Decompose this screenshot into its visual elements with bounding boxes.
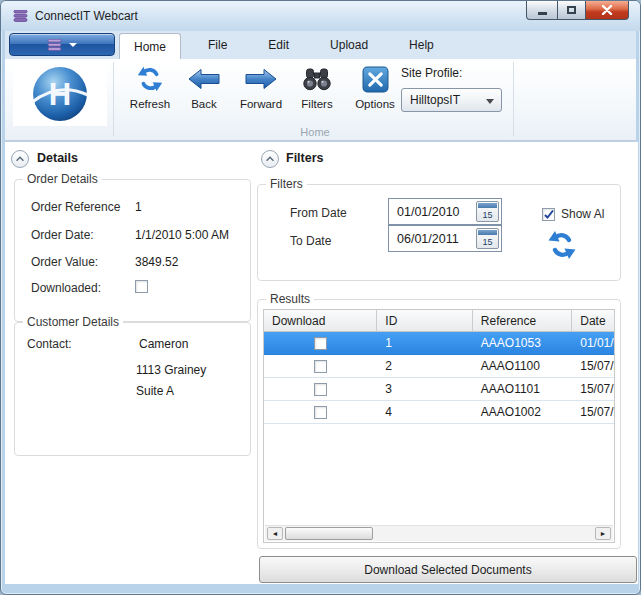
forward-button[interactable]: Forward xyxy=(233,62,289,124)
maximize-icon xyxy=(567,6,576,14)
ribbon-group-label: Home xyxy=(117,126,513,138)
order-value-value: 3849.52 xyxy=(135,255,178,269)
customer-details-title: Customer Details xyxy=(23,315,123,329)
row-download-checkbox[interactable] xyxy=(314,383,327,396)
table-row[interactable]: 2 AAAO1100 15/07/20 xyxy=(264,355,614,378)
ribbon-separator xyxy=(513,62,514,136)
calendar-day: 15 xyxy=(477,237,498,247)
from-date-input[interactable] xyxy=(389,199,475,224)
refresh-label: Refresh xyxy=(130,98,170,110)
tab-help[interactable]: Help xyxy=(395,31,448,59)
main-content: Details Order Details Order Reference 1 … xyxy=(5,142,638,584)
window-title: ConnectIT Webcart xyxy=(35,9,138,23)
column-header-id[interactable]: ID xyxy=(377,310,472,331)
row-reference: AAAO1053 xyxy=(473,336,572,350)
contact-name: Cameron xyxy=(139,337,188,351)
refresh-icon xyxy=(546,229,578,261)
results-group-title: Results xyxy=(266,292,314,306)
calendar-icon xyxy=(478,230,497,235)
row-download-checkbox[interactable] xyxy=(314,360,327,373)
table-row[interactable]: 3 AAAO1101 15/07/20 xyxy=(264,378,614,401)
tab-file[interactable]: File xyxy=(194,31,241,59)
horizontal-scrollbar[interactable]: ◄ ► xyxy=(265,525,613,541)
row-reference: AAAO1100 xyxy=(473,359,572,373)
row-date: 15/07/20 xyxy=(572,382,614,396)
to-date-field: 15 xyxy=(388,225,502,252)
options-label: Options xyxy=(355,98,395,110)
order-date-value: 1/1/2010 5:00 AM xyxy=(135,228,229,242)
app-window: ConnectIT Webcart Home F xyxy=(0,0,641,595)
back-arrow-icon xyxy=(188,62,220,96)
svg-text:H: H xyxy=(49,77,71,112)
ribbon-tab-row: Home File Edit Upload Help xyxy=(5,31,636,59)
chevron-down-icon xyxy=(69,43,77,47)
from-date-label: From Date xyxy=(290,206,347,220)
row-reference: AAAO1002 xyxy=(473,405,572,419)
refresh-button[interactable]: Refresh xyxy=(123,62,177,124)
results-table-header: Download ID Reference Date xyxy=(264,310,614,332)
order-reference-label: Order Reference xyxy=(31,200,120,214)
layers-icon xyxy=(47,39,63,51)
contact-label: Contact: xyxy=(27,337,72,351)
tab-edit[interactable]: Edit xyxy=(254,31,303,59)
tab-home[interactable]: Home xyxy=(119,33,181,59)
row-id: 4 xyxy=(377,405,472,419)
downloaded-checkbox[interactable] xyxy=(135,280,148,293)
from-date-field: 15 xyxy=(388,198,502,225)
back-button[interactable]: Back xyxy=(179,62,229,124)
window-controls xyxy=(526,1,629,20)
calendar-icon xyxy=(478,203,497,208)
site-profile-value: HilltopsIT xyxy=(410,93,460,107)
show-all-label: Show Al xyxy=(561,207,604,221)
scroll-left-button[interactable]: ◄ xyxy=(267,527,283,540)
options-button[interactable]: Options xyxy=(349,62,401,124)
column-header-download[interactable]: Download xyxy=(264,310,377,331)
downloaded-label: Downloaded: xyxy=(31,281,101,295)
calendar-day: 15 xyxy=(477,210,498,220)
chevron-down-icon xyxy=(486,99,494,104)
details-expander-button[interactable] xyxy=(11,150,29,168)
results-table: Download ID Reference Date 1 AAAO1053 01… xyxy=(263,309,615,543)
app-icon xyxy=(13,10,29,22)
row-download-checkbox[interactable] xyxy=(314,406,327,419)
scroll-left-icon: ◄ xyxy=(272,530,279,537)
chevron-up-icon xyxy=(14,154,26,164)
apply-filters-refresh-button[interactable] xyxy=(546,229,578,261)
row-date: 01/01/20 xyxy=(572,336,614,350)
column-header-date[interactable]: Date xyxy=(572,310,614,331)
filters-header: Filters xyxy=(286,151,324,165)
minimize-icon xyxy=(538,12,547,15)
refresh-icon xyxy=(135,62,165,96)
order-value-label: Order Value: xyxy=(31,255,98,269)
customer-details-group: Customer Details Contact: Cameron 1113 G… xyxy=(14,322,251,456)
filters-expander-button[interactable] xyxy=(261,150,279,168)
forward-label: Forward xyxy=(240,98,282,110)
filters-label: Filters xyxy=(301,98,332,110)
back-label: Back xyxy=(191,98,217,110)
column-header-reference[interactable]: Reference xyxy=(473,310,572,331)
from-date-calendar-button[interactable]: 15 xyxy=(476,201,499,222)
show-all-checkbox[interactable] xyxy=(542,208,555,221)
scroll-right-button[interactable]: ► xyxy=(595,527,611,540)
details-header: Details xyxy=(37,151,78,165)
to-date-calendar-button[interactable]: 15 xyxy=(476,228,499,249)
scrollbar-thumb[interactable] xyxy=(285,527,373,540)
application-menu-button[interactable] xyxy=(9,33,115,56)
title-bar: ConnectIT Webcart xyxy=(1,1,640,31)
forward-arrow-icon xyxy=(245,62,277,96)
tab-upload[interactable]: Upload xyxy=(316,31,382,59)
table-row[interactable]: 4 AAAO1002 15/07/20 xyxy=(264,401,614,424)
download-selected-documents-button[interactable]: Download Selected Documents xyxy=(259,556,637,583)
chevron-up-icon xyxy=(264,154,276,164)
to-date-label: To Date xyxy=(290,234,331,248)
maximize-button[interactable] xyxy=(557,1,586,20)
row-id: 3 xyxy=(377,382,472,396)
site-profile-dropdown[interactable]: HilltopsIT xyxy=(401,88,502,112)
minimize-button[interactable] xyxy=(526,1,557,20)
row-id: 1 xyxy=(377,336,472,350)
to-date-input[interactable] xyxy=(389,226,475,251)
filters-button[interactable]: Filters xyxy=(291,62,343,124)
close-button[interactable] xyxy=(586,1,629,20)
table-row[interactable]: 1 AAAO1053 01/01/20 xyxy=(264,332,614,355)
row-download-checkbox[interactable] xyxy=(314,337,327,350)
